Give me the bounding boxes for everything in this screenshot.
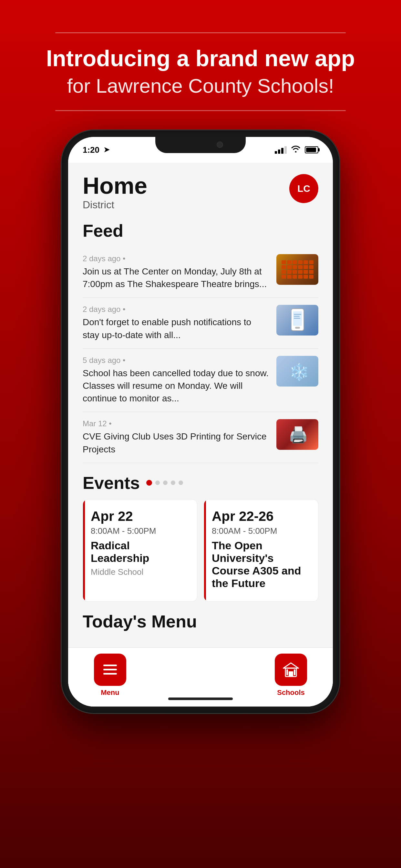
signal-bar-2 bbox=[278, 150, 280, 154]
event-name-2: The Open University's Course A305 and th… bbox=[212, 539, 310, 590]
location-icon: ➤ bbox=[104, 146, 110, 154]
signal-icon bbox=[275, 146, 287, 154]
feed-time-1: 2 days ago • bbox=[83, 254, 270, 263]
menu-tab-label: Menu bbox=[101, 688, 119, 697]
theatre-image bbox=[276, 254, 318, 285]
feed-item[interactable]: 2 days ago • Join us at The Center on Mo… bbox=[83, 247, 318, 298]
wifi-icon bbox=[291, 145, 300, 154]
phone-inner: 1:20 ➤ bbox=[68, 137, 333, 707]
phone-outer: 1:20 ➤ bbox=[62, 130, 339, 713]
bottom-divider bbox=[55, 110, 346, 111]
svg-marker-12 bbox=[283, 663, 298, 668]
todays-menu-title: Today's Menu bbox=[83, 611, 318, 631]
header-area: Introducing a brand new app for Lawrence… bbox=[0, 0, 401, 130]
3dprint-image: 🖨️ bbox=[276, 419, 318, 450]
feed-content-1: Join us at The Center on Monday, July 8t… bbox=[83, 265, 270, 290]
event-card-2[interactable]: Apr 22-26 8:00AM - 5:00PM The Open Unive… bbox=[204, 499, 318, 601]
feed-thumb-3: ❄️ bbox=[276, 356, 318, 386]
status-right bbox=[275, 145, 318, 154]
event-date-1: Apr 22 bbox=[91, 508, 189, 524]
events-grid: Apr 22 8:00AM - 5:00PM Radical Leadershi… bbox=[83, 499, 318, 601]
battery-fill bbox=[306, 148, 316, 152]
svg-rect-2 bbox=[295, 327, 300, 329]
menu-icon-button[interactable] bbox=[94, 654, 126, 686]
phone-mockup: 1:20 ➤ bbox=[62, 130, 339, 713]
feed-content-4: CVE Giving Club Uses 3D Printing for Ser… bbox=[83, 430, 270, 455]
feed-section-title: Feed bbox=[83, 221, 318, 241]
headline-regular: for Lawrence County Schools! bbox=[67, 74, 334, 97]
dot-3 bbox=[163, 480, 167, 485]
event-time-1: 8:00AM - 5:00PM bbox=[91, 526, 189, 536]
dot-5 bbox=[179, 480, 183, 485]
tab-menu[interactable]: Menu bbox=[88, 654, 133, 697]
home-bar bbox=[168, 698, 233, 700]
svg-text:❄️: ❄️ bbox=[289, 362, 309, 382]
event-card-1[interactable]: Apr 22 8:00AM - 5:00PM Radical Leadershi… bbox=[83, 499, 197, 601]
feed-text-3: 5 days ago • School has been cancelled t… bbox=[83, 356, 270, 405]
tab-schools[interactable]: Schools bbox=[268, 654, 313, 697]
feed-thumb-2 bbox=[276, 305, 318, 336]
tab-bar: Menu Sch bbox=[68, 647, 333, 693]
svg-rect-5 bbox=[294, 318, 300, 319]
signal-bar-1 bbox=[275, 151, 277, 154]
top-divider bbox=[55, 32, 346, 33]
feed-time-2: 2 days ago • bbox=[83, 305, 270, 314]
events-header: Events bbox=[83, 473, 318, 493]
status-left: 1:20 ➤ bbox=[83, 145, 110, 155]
svg-text:🖨️: 🖨️ bbox=[289, 426, 308, 444]
schools-tab-label: Schools bbox=[277, 688, 305, 697]
event-date-2: Apr 22-26 bbox=[212, 508, 310, 524]
headline-bold: Introducing a brand new app bbox=[20, 46, 381, 71]
feed-item[interactable]: Mar 12 • CVE Giving Club Uses 3D Printin… bbox=[83, 412, 318, 463]
feed-text-2: 2 days ago • Don't forget to enable push… bbox=[83, 305, 270, 341]
dot-2 bbox=[155, 480, 160, 485]
event-name-1: Radical Leadership bbox=[91, 539, 189, 564]
svg-rect-8 bbox=[103, 664, 117, 666]
svg-rect-9 bbox=[103, 669, 117, 671]
notch bbox=[155, 137, 246, 153]
events-dots bbox=[146, 480, 183, 486]
feed-text-1: 2 days ago • Join us at The Center on Mo… bbox=[83, 254, 270, 290]
svg-rect-15 bbox=[294, 670, 296, 675]
feed-thumb-1 bbox=[276, 254, 318, 285]
app-title: Home bbox=[83, 174, 147, 197]
snow-image: ❄️ bbox=[276, 356, 318, 386]
svg-rect-3 bbox=[294, 314, 301, 315]
svg-rect-10 bbox=[103, 673, 117, 675]
app-screen: Home District LC Feed 2 days ago • Join … bbox=[68, 163, 333, 647]
time-display: 1:20 bbox=[83, 145, 99, 155]
feed-content-2: Don't forget to enable push notification… bbox=[83, 316, 270, 341]
svg-rect-4 bbox=[294, 316, 300, 317]
event-location-1: Middle School bbox=[91, 567, 189, 577]
schools-icon-button[interactable] bbox=[275, 654, 307, 686]
feed-item[interactable]: 2 days ago • Don't forget to enable push… bbox=[83, 298, 318, 348]
svg-rect-13 bbox=[289, 671, 293, 677]
signal-bar-3 bbox=[281, 148, 283, 154]
dot-1 bbox=[146, 480, 152, 486]
feed-content-3: School has been cancelled today due to s… bbox=[83, 367, 270, 405]
app-subtitle: District bbox=[83, 199, 147, 211]
battery-icon bbox=[305, 146, 318, 153]
camera bbox=[217, 142, 223, 148]
dot-4 bbox=[171, 480, 175, 485]
lc-badge[interactable]: LC bbox=[289, 174, 318, 203]
events-section-title: Events bbox=[83, 473, 140, 493]
feed-time-4: Mar 12 • bbox=[83, 419, 270, 428]
feed-time-3: 5 days ago • bbox=[83, 356, 270, 365]
app-header: Home District LC bbox=[83, 174, 318, 211]
status-bar: 1:20 ➤ bbox=[68, 137, 333, 163]
app-title-area: Home District bbox=[83, 174, 147, 211]
feed-text-4: Mar 12 • CVE Giving Club Uses 3D Printin… bbox=[83, 419, 270, 455]
event-time-2: 8:00AM - 5:00PM bbox=[212, 526, 310, 536]
svg-rect-14 bbox=[286, 670, 288, 675]
signal-bar-4 bbox=[284, 146, 287, 154]
feed-thumb-4: 🖨️ bbox=[276, 419, 318, 450]
phone-image bbox=[276, 305, 318, 336]
spacer bbox=[83, 638, 318, 647]
feed-item[interactable]: 5 days ago • School has been cancelled t… bbox=[83, 349, 318, 412]
